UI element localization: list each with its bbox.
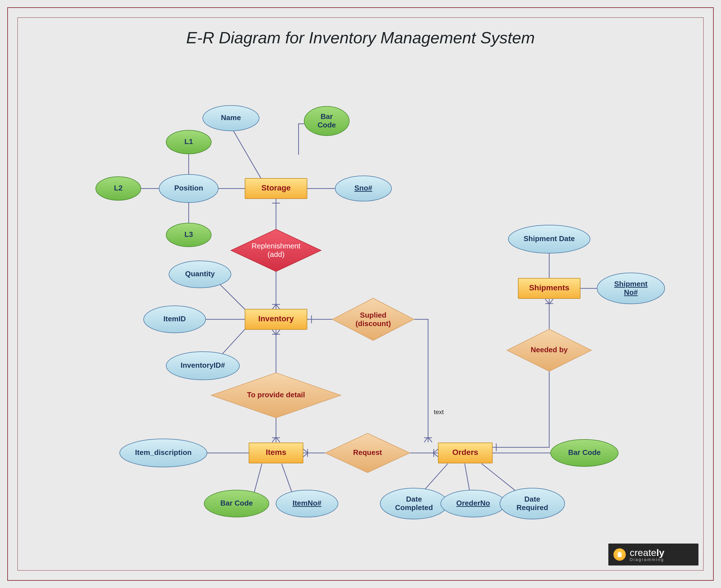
rel-replenishment-label-2: (add) [267,250,285,258]
attr-shipments-no: Shipment No# [597,273,665,304]
svg-text:Date: Date [524,495,540,503]
svg-text:Bar Code: Bar Code [568,448,601,457]
svg-line-22 [282,464,293,495]
attr-storage-name: Name [203,105,259,131]
rel-supplied-label-1: Suplied [360,311,386,319]
svg-text:Position: Position [174,184,203,192]
rel-detail-label: To provide detail [247,391,305,399]
rel-replenishment-label-1: Replenishment [252,242,301,250]
attr-storage-barcode: Bar Code [304,106,349,135]
svg-text:Required: Required [517,503,548,512]
attr-items-barcode: Bar Code [204,490,269,517]
attr-position-l3: L3 [166,223,211,247]
attr-orders-orderno: OrederNo [441,490,505,517]
entity-storage: Storage [245,178,307,198]
svg-text:(add): (add) [267,250,285,258]
entity-inventory-label: Inventory [258,314,294,323]
attr-storage-sno: Sno# [335,176,392,201]
relationship-replenishment: Replenishment (add) [231,229,321,272]
svg-text:Quantity: Quantity [185,270,215,278]
attr-shipments-date: Shipment Date [508,225,590,253]
svg-text:Replenishment: Replenishment [252,242,301,250]
attr-orders-barcode: Bar Code [550,439,618,466]
svg-text:(discount): (discount) [356,319,391,328]
diagram-canvas: Replenishment (add) Suplied (discount) t… [0,0,721,588]
relationship-needed-by: Needed by [507,329,592,371]
svg-line-0 [231,127,262,180]
svg-text:Name: Name [221,113,241,122]
svg-text:InventoryID#: InventoryID# [181,361,225,370]
entity-items-label: Items [266,448,286,457]
svg-text:Code: Code [318,121,336,129]
entity-shipments-label: Shipments [529,283,569,292]
svg-text:L2: L2 [114,184,122,192]
svg-text:Bar Code: Bar Code [220,499,253,507]
svg-text:OrederNo: OrederNo [456,499,490,507]
attr-position-l2: L2 [96,177,141,200]
link-label-text: text [434,408,444,416]
svg-text:Date: Date [406,495,422,503]
svg-text:ItemID: ItemID [163,315,186,323]
logo-brand-plain: create [630,547,657,558]
attr-inventory-itemid: ItemID [144,306,206,333]
attr-inventory-quantity: Quantity [169,261,231,288]
svg-text:Completed: Completed [395,503,433,512]
entity-storage-label: Storage [261,184,291,192]
creately-logo: creately Diagramming [608,544,699,566]
rel-supplied-label-2: (discount) [356,319,391,328]
relationship-supplied: Suplied (discount) [332,298,414,340]
rel-neededby-label: Needed by [530,345,568,354]
rel-request-label: Request [353,448,382,457]
entity-orders-label: Orders [452,448,478,457]
svg-text:L3: L3 [184,230,193,238]
svg-text:ItemNo#: ItemNo# [293,499,322,507]
logo-subtitle: Diagramming [630,557,664,562]
attr-storage-position: Position [159,174,218,203]
entity-inventory: Inventory [245,309,307,330]
svg-text:Shipment: Shipment [614,280,648,288]
svg-text:No#: No# [624,288,638,296]
svg-text:Sno#: Sno# [354,184,372,192]
attr-inventory-inventoryid: InventoryID# [166,352,239,380]
bulb-icon [614,548,626,561]
entity-items: Items [249,443,303,463]
svg-text:L1: L1 [184,137,193,146]
entity-shipments: Shipments [518,278,580,298]
attr-items-description: Item_discription [120,439,207,467]
page: E-R Diagram for Inventory Management Sys… [0,0,721,588]
entity-orders: Orders [438,443,492,463]
attr-orders-date-completed: Date Completed [380,488,448,519]
svg-text:Suplied: Suplied [360,311,386,319]
svg-text:Item_discription: Item_discription [135,448,192,457]
svg-text:Bar: Bar [321,112,333,121]
relationship-to-provide-detail: To provide detail [211,373,341,418]
attr-items-itemno: ItemNo# [276,490,338,517]
attr-orders-date-required: Date Required [500,488,565,519]
svg-text:Shipment Date: Shipment Date [524,234,575,243]
relationship-request: Request [325,433,410,472]
svg-line-21 [254,464,262,495]
logo-brand-bold: ly [657,547,664,558]
attr-position-l1: L1 [166,130,211,154]
